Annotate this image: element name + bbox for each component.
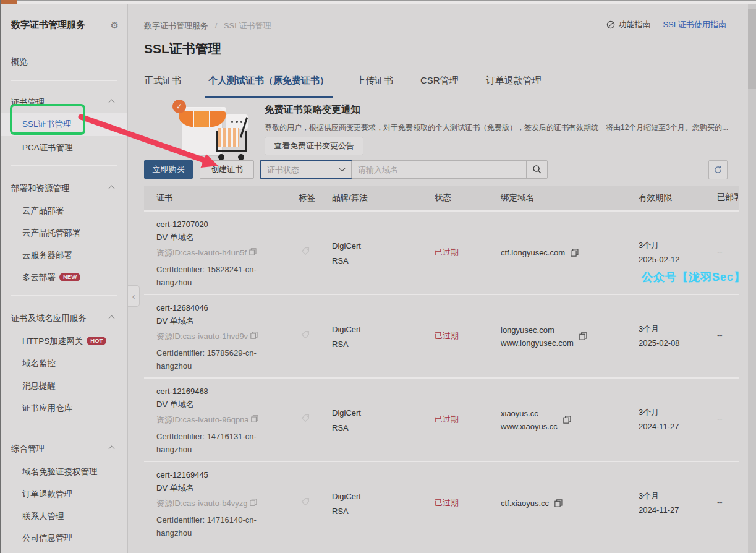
sidebar-item-order-refund-mgmt[interactable]: 订单退款管理 [0, 486, 127, 502]
cert-identifier: CertIdentifier: 15828241-cn-hangzhou [156, 263, 284, 289]
cert-id[interactable]: cert-12707020 [156, 220, 292, 229]
sidebar-section-label: 部署和资源管理 [0, 184, 70, 193]
sidebar-section-cert-mgmt[interactable]: 证书管理 [0, 95, 127, 111]
create-cert-button[interactable]: 创建证书 [200, 160, 254, 179]
sidebar-item-label: 联系人管理 [0, 512, 64, 521]
page-scrollbar-thumb[interactable] [748, 9, 756, 89]
sidebar-section-label: 证书管理 [0, 98, 45, 107]
cert-status-filter-select[interactable]: 证书状态 [260, 160, 353, 179]
sidebar-section-label: 综合管理 [0, 444, 45, 453]
sidebar-item-pca-cert-mgmt[interactable]: PCA证书管理 [0, 140, 127, 156]
validity-period: 3个月 [639, 489, 717, 503]
deployed-value: -- [717, 212, 739, 294]
cert-status-placeholder: 证书状态 [267, 165, 299, 176]
sidebar-item-label: 域名免验证授权管理 [0, 467, 98, 476]
sidebar-item-cloud-product-deploy[interactable]: 云产品部署 [0, 203, 127, 219]
cert-algorithm: RSA [332, 421, 435, 435]
cert-id[interactable]: cert-12169468 [156, 387, 292, 396]
sidebar-item-label: 概览 [0, 57, 28, 66]
copy-icon[interactable] [579, 332, 587, 340]
sidebar-section-general-mgmt[interactable]: 综合管理 [0, 441, 127, 457]
sidebar-item-label: HTTPS加速网关HOT [0, 337, 106, 346]
sidebar-item-overview[interactable]: 概览 [0, 54, 127, 70]
copy-icon[interactable] [249, 248, 257, 255]
sidebar-item-label: 多云部署NEW [0, 273, 80, 282]
tag-icon[interactable] [301, 497, 310, 506]
sidebar-item-cloud-product-hosted-deploy[interactable]: 云产品托管部署 [0, 225, 127, 241]
tab-csr-mgmt[interactable]: CSR管理 [420, 72, 459, 93]
col-header-deployed: 已部署 [717, 192, 739, 205]
app-title: 数字证书管理服务 [11, 19, 85, 31]
domain-search-input[interactable] [352, 161, 526, 178]
view-free-cert-change-announcement-button[interactable]: 查看免费证书变更公告 [265, 137, 363, 155]
validity-period: 3个月 [639, 322, 717, 336]
cert-brand: DigiCert [332, 406, 435, 421]
col-header-tag: 标签 [299, 192, 332, 204]
sidebar-item-multicloud-deploy[interactable]: 多云部署NEW [0, 270, 127, 286]
cert-identifier: CertIdentifier: 14716140-cn-hangzhou [156, 513, 284, 539]
col-header-status: 状态 [435, 192, 501, 204]
sidebar-item-label: 云产品托管部署 [0, 228, 81, 238]
page-scrollbar[interactable] [748, 4, 756, 553]
sidebar-item-domain-auth-mgmt[interactable]: 域名免验证授权管理 [0, 464, 127, 480]
breadcrumb-separator: / [215, 21, 218, 30]
sidebar-item-cert-app-repo[interactable]: 证书应用仓库 [0, 400, 127, 416]
resource-id-text: 资源ID:cas-ivauto-96qpna [156, 415, 249, 424]
sidebar-collapse-handle[interactable]: ‹ [128, 285, 140, 307]
breadcrumb-root[interactable]: 数字证书管理服务 [144, 21, 208, 30]
tab-formal-certs[interactable]: 正式证书 [144, 72, 181, 93]
sidebar-divider [11, 165, 117, 166]
tab-personal-test-certs[interactable]: 个人测试证书（原免费证书） [208, 72, 329, 93]
notice-title: 免费证书策略变更通知 [265, 103, 360, 116]
cert-type: DV 单域名 [156, 232, 292, 243]
feature-guide-link[interactable]: 功能指南 [606, 19, 650, 30]
sidebar-item-message-reminder[interactable]: 消息提醒 [0, 378, 127, 394]
ssl-usage-guide-link[interactable]: SSL证书使用指南 [663, 19, 726, 30]
chevron-up-icon [109, 315, 115, 322]
tab-order-refund[interactable]: 订单退款管理 [486, 72, 542, 93]
cert-brand: DigiCert [332, 489, 435, 504]
sidebar-item-https-gateway[interactable]: HTTPS加速网关HOT [0, 333, 127, 349]
cert-id[interactable]: cert-12684046 [156, 303, 292, 312]
tag-icon[interactable] [301, 414, 310, 422]
hot-badge: HOT [87, 337, 106, 345]
status-badge: 已过期 [435, 295, 501, 377]
sidebar-item-label: 消息提醒 [0, 381, 56, 390]
copy-icon[interactable] [563, 416, 571, 424]
resource-id-text: 资源ID:cas-ivauto-h4un5f [156, 248, 247, 257]
copy-icon[interactable] [571, 249, 579, 257]
cert-type: DV 单域名 [156, 399, 292, 410]
gear-icon[interactable]: ⚙ [111, 20, 119, 31]
cert-identifier: CertIdentifier: 14716131-cn-hangzhou [156, 430, 284, 456]
tag-icon[interactable] [301, 330, 310, 339]
sidebar-item-label: 云产品部署 [0, 206, 64, 215]
sidebar-section-cert-domain-services[interactable]: 证书及域名应用服务 [0, 311, 127, 327]
refresh-button[interactable] [708, 160, 728, 179]
search-button[interactable] [526, 161, 547, 178]
sidebar-item-company-info-mgmt[interactable]: 公司信息管理 [0, 530, 127, 546]
window-orange-chip [1, 0, 17, 4]
copy-icon[interactable] [250, 332, 258, 339]
sidebar-item-ssl-cert-mgmt[interactable]: SSL证书管理 [0, 113, 127, 136]
cert-type: DV 单域名 [156, 482, 292, 494]
status-badge: 已过期 [435, 212, 501, 294]
tab-upload-cert[interactable]: 上传证书 [356, 72, 393, 93]
bound-domain: ctf.xiaoyus.cc [501, 497, 549, 510]
col-header-brand-algo: 品牌/算法 [332, 192, 435, 204]
tab-bar: 正式证书 个人测试证书（原免费证书） 上传证书 CSR管理 订单退款管理 [144, 72, 731, 93]
cert-id[interactable]: cert-12169445 [156, 470, 292, 479]
sidebar-item-label: 域名监控 [0, 359, 56, 368]
copy-icon[interactable] [554, 499, 563, 507]
sidebar-item-domain-monitor[interactable]: 域名监控 [0, 356, 127, 372]
window-left-edge [0, 0, 1, 553]
search-icon [532, 165, 542, 174]
buy-now-button[interactable]: 立即购买 [144, 160, 193, 179]
copy-icon[interactable] [251, 415, 258, 422]
sidebar-item-contact-mgmt[interactable]: 联系人管理 [0, 508, 127, 525]
sidebar-item-cloud-server-deploy[interactable]: 云服务器部署 [0, 247, 127, 264]
sidebar-section-deploy-resource[interactable]: 部署和资源管理 [0, 181, 127, 197]
resource-id: 资源ID:cas-ivauto-96qpna [156, 414, 292, 426]
tag-icon[interactable] [301, 247, 310, 255]
copy-icon[interactable] [250, 499, 257, 506]
free-cert-notice: ✓ 免费证书策略变更通知 尊敬的用户，根据供应商变更要求，对于免费领取的个人测试… [144, 97, 731, 160]
